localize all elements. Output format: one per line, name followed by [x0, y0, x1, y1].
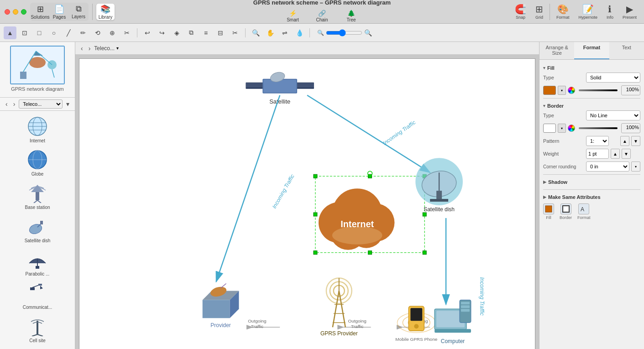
make-same-border-label: Border	[560, 215, 572, 220]
lib-item-cell-site[interactable]: Cell site	[2, 313, 73, 346]
zoom-out-icon[interactable]: 🔍	[317, 30, 324, 36]
lib-item-communicat[interactable]: Communicat...	[2, 279, 73, 313]
breadcrumb-dropdown-icon[interactable]: ▾	[116, 46, 119, 51]
present-button[interactable]: ▶ Present	[620, 3, 639, 21]
make-same-border[interactable]: Border	[560, 203, 572, 220]
connect-tool[interactable]: ⇌	[278, 26, 291, 39]
border-weight-input[interactable]	[586, 149, 609, 159]
border-color-swatch[interactable]	[543, 124, 556, 133]
lib-back-button[interactable]: ‹	[4, 99, 10, 109]
zoom-control[interactable]: 🔍 🔍	[317, 29, 372, 36]
lib-item-parabolic[interactable]: Parabolic ...	[2, 246, 73, 279]
border-color-dropdown[interactable]: ▾	[558, 124, 566, 133]
svg-text:Provider: Provider	[210, 322, 231, 328]
maximize-button[interactable]	[21, 9, 26, 15]
chain-button[interactable]: 🔗 Chain	[313, 8, 331, 24]
minimize-button[interactable]	[13, 9, 18, 15]
zoom-slider-input[interactable]	[326, 29, 362, 36]
undo-tool[interactable]: ↩	[141, 26, 154, 39]
line-tool[interactable]: ╱	[62, 26, 75, 39]
make-same-format[interactable]: A Format	[577, 203, 591, 220]
corner-rounding-select[interactable]: 0 in 0.1 in	[586, 161, 629, 172]
svg-rect-16	[36, 192, 39, 200]
shadow-section-header[interactable]: ▶ Shadow	[543, 177, 640, 187]
arrange-tool[interactable]: ⊟	[214, 26, 227, 39]
border-color-circle[interactable]	[568, 125, 575, 132]
border-weight-up[interactable]: ▲	[611, 149, 620, 159]
library-button[interactable]: 📚 Library	[96, 4, 115, 20]
diagram-thumbnail[interactable]	[10, 46, 65, 84]
crop-tool[interactable]: ✂	[120, 26, 133, 39]
svg-rect-46	[297, 83, 314, 89]
forward-button[interactable]: ›	[87, 44, 93, 53]
border-pattern-up[interactable]: ▲	[620, 136, 629, 146]
select-tool[interactable]: ▲	[4, 26, 16, 39]
hypernote-button[interactable]: 📝 Hypernote	[576, 3, 600, 21]
format-button[interactable]: 🎨 Format	[554, 3, 572, 21]
hand-tool[interactable]: ✋	[264, 26, 277, 39]
base-station-icon	[26, 182, 48, 204]
make-same-row: Fill Border A Format	[543, 202, 640, 222]
make-same-label: Make Same Attributes	[548, 194, 601, 200]
grid-button[interactable]: ⊞ Grid	[533, 3, 546, 21]
group-tool[interactable]: ⧉	[185, 26, 198, 39]
svg-rect-44	[102, 59, 512, 349]
transform-tool[interactable]: ⟲	[91, 26, 104, 39]
fill-section-header[interactable]: ▾ Fill	[543, 63, 640, 73]
fill-color-dropdown[interactable]: ▾	[558, 86, 566, 95]
fill-color-swatch[interactable]	[543, 86, 556, 95]
tab-arrange-size[interactable]: Arrange & Size	[539, 42, 574, 59]
canvas-frame[interactable]: Satellite Incoming Traffic Incoming Traf…	[79, 58, 535, 349]
make-same-fill[interactable]: Fill	[543, 203, 554, 220]
lib-item-antenna[interactable]: Antenna	[2, 346, 73, 349]
redo-tool[interactable]: ↪	[156, 26, 168, 39]
rect-tool[interactable]: □	[33, 26, 46, 39]
border-opacity-slider[interactable]	[579, 127, 618, 129]
zoom-in-icon[interactable]: 🔍	[364, 29, 372, 36]
border-weight-down[interactable]: ▼	[622, 149, 631, 159]
layers-button[interactable]: ⧉ Layers	[69, 4, 88, 20]
svg-line-18	[34, 200, 37, 203]
lib-item-globe[interactable]: Globe	[2, 146, 73, 179]
eyedrop-tool[interactable]: 💧	[293, 26, 306, 39]
svg-rect-93	[430, 199, 448, 202]
border-pattern-select[interactable]: 1: 2:	[586, 136, 609, 146]
library-dropdown[interactable]: Teleco...	[19, 99, 63, 109]
titlebar: ⊞ Solutions 📄 Pages ⧉ Layers 📚 Library G…	[0, 0, 644, 24]
cut-tool[interactable]: ✂	[229, 26, 241, 39]
back-button[interactable]: ‹	[79, 44, 85, 53]
close-button[interactable]	[5, 9, 10, 15]
svg-rect-28	[37, 321, 38, 334]
info-button[interactable]: ℹ Info	[604, 3, 616, 21]
snap-button[interactable]: 🧲 Snap	[512, 3, 529, 21]
align-tool[interactable]: ≡	[199, 26, 212, 39]
tab-format[interactable]: Format	[574, 42, 609, 59]
lib-item-internet[interactable]: Internet	[2, 113, 73, 146]
zoom-in-tool[interactable]: 🔍	[249, 26, 262, 39]
canvas-area[interactable]: ‹ › Teleco... ▾	[75, 42, 539, 349]
fill-opacity-slider[interactable]	[579, 89, 618, 91]
pen-tool[interactable]: ✏	[77, 26, 89, 39]
copy-style-tool[interactable]: ◈	[170, 26, 183, 39]
corner-rounding-row: Corner rounding 0 in 0.1 in ▾	[543, 161, 640, 172]
frame-tool[interactable]: ⊡	[18, 26, 31, 39]
border-type-select[interactable]: No Line Solid Dashed	[586, 110, 640, 120]
fill-type-select[interactable]: Solid Gradient None	[586, 73, 640, 83]
insert-tool[interactable]: ⊕	[106, 26, 119, 39]
tab-text[interactable]: Text	[609, 42, 644, 59]
solutions-button[interactable]: ⊞ Solutions	[31, 4, 49, 20]
make-same-fill-icon	[543, 203, 554, 214]
lib-item-base-station[interactable]: Base station	[2, 179, 73, 213]
lib-item-satellite-dish[interactable]: Satellite dish	[2, 213, 73, 246]
border-pattern-down[interactable]: ▼	[631, 136, 640, 146]
make-same-section-header[interactable]: ▶ Make Same Attributes	[543, 193, 640, 202]
tree-button[interactable]: 🌲 Tree	[342, 8, 360, 24]
smart-button[interactable]: ⚡ Smart	[283, 8, 302, 24]
pages-button[interactable]: 📄 Pages	[50, 4, 68, 20]
ellipse-tool[interactable]: ○	[47, 26, 60, 39]
fill-color-circle[interactable]	[568, 87, 575, 94]
corner-rounding-dropdown[interactable]: ▾	[631, 161, 640, 172]
border-section-header[interactable]: ▾ Border	[543, 101, 640, 110]
lib-forward-button[interactable]: ›	[11, 99, 17, 109]
lib-menu-button[interactable]: ▾	[64, 99, 71, 109]
